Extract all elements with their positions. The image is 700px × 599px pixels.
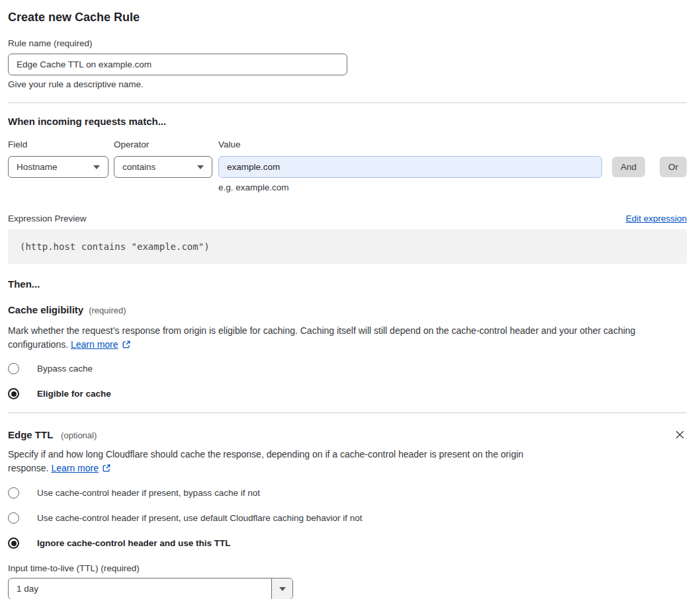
radio-icon[interactable] xyxy=(8,512,19,524)
radio-use-header-bypass[interactable]: Use cache-control header if present, byp… xyxy=(8,487,687,499)
radio-selected-icon[interactable] xyxy=(8,388,19,399)
caret-down-icon xyxy=(197,165,204,169)
edge-ttl-header: Edge TTL (optional) xyxy=(8,428,687,442)
optional-badge: (optional) xyxy=(61,430,97,440)
radio-icon[interactable] xyxy=(8,487,19,499)
create-cache-rule-form: Create new Cache Rule Rule name (require… xyxy=(0,0,700,599)
divider xyxy=(8,102,687,103)
value-helper: e.g. example.com xyxy=(218,182,687,192)
radio-icon[interactable] xyxy=(8,363,19,374)
rule-name-input[interactable] xyxy=(8,54,347,75)
radio-selected-icon[interactable] xyxy=(8,538,19,549)
radio-bypass-cache[interactable]: Bypass cache xyxy=(8,363,687,374)
match-section-heading: When incoming requests match... xyxy=(8,116,687,128)
close-icon[interactable] xyxy=(673,428,687,442)
radio-use-header-default[interactable]: Use cache-control header if present, use… xyxy=(8,512,687,524)
external-link-icon xyxy=(122,339,131,353)
page-title: Create new Cache Rule xyxy=(8,9,687,25)
value-input[interactable] xyxy=(218,156,602,178)
divider xyxy=(8,413,687,413)
field-label: Field xyxy=(8,140,114,150)
required-badge: (required) xyxy=(89,305,126,315)
then-heading: Then... xyxy=(8,278,687,290)
expression-preview-box: (http.host contains "example.com") xyxy=(8,229,687,264)
edge-ttl-title: Edge TTL xyxy=(8,429,53,440)
match-condition-row: Hostname contains And Or xyxy=(8,156,687,178)
operator-select-value: contains xyxy=(122,162,155,172)
ttl-select[interactable]: 1 day xyxy=(8,578,293,599)
expression-preview-row: Expression Preview Edit expression xyxy=(8,214,687,223)
rule-name-helper: Give your rule a descriptive name. xyxy=(8,79,687,90)
expression-preview-label: Expression Preview xyxy=(8,214,87,223)
learn-more-link[interactable]: Learn more xyxy=(51,463,99,473)
expression-text: (http.host contains "example.com") xyxy=(20,241,210,252)
value-label: Value xyxy=(218,140,241,150)
operator-label: Operator xyxy=(114,140,218,150)
ttl-input-label: Input time-to-live (TTL) (required) xyxy=(8,563,687,573)
cache-eligibility-title: Cache eligibility xyxy=(8,304,83,316)
cache-eligibility-header: Cache eligibility (required) xyxy=(8,304,687,316)
or-button[interactable]: Or xyxy=(660,157,687,177)
learn-more-link[interactable]: Learn more xyxy=(71,339,118,350)
rule-name-label: Rule name (required) xyxy=(8,38,687,49)
field-select[interactable]: Hostname xyxy=(8,156,109,178)
caret-down-icon[interactable] xyxy=(271,579,292,599)
edge-ttl-description: Specify if and how long Cloudflare shoul… xyxy=(8,448,561,477)
operator-select[interactable]: contains xyxy=(114,156,212,178)
external-link-icon xyxy=(102,463,111,477)
radio-eligible-for-cache[interactable]: Eligible for cache xyxy=(8,388,687,399)
ttl-select-value: 1 day xyxy=(9,579,271,599)
match-column-labels: Field Operator Value xyxy=(8,140,687,150)
and-button[interactable]: And xyxy=(612,157,645,177)
edit-expression-link[interactable]: Edit expression xyxy=(626,214,687,223)
caret-down-icon xyxy=(93,165,100,169)
radio-ignore-header-use-ttl[interactable]: Ignore cache-control header and use this… xyxy=(8,538,687,549)
cache-eligibility-description: Mark whether the request’s response from… xyxy=(8,324,687,353)
field-select-value: Hostname xyxy=(17,162,58,172)
